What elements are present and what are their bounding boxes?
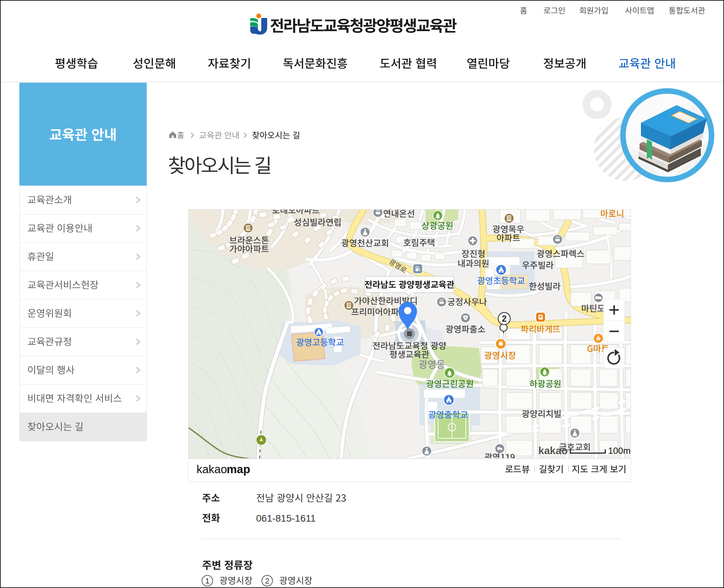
svg-text:map: map [227, 463, 250, 476]
svg-text:kakao: kakao [538, 445, 568, 456]
svg-text:kakao: kakao [197, 463, 227, 476]
svg-text:2: 2 [265, 577, 269, 585]
svg-text:2: 2 [502, 314, 507, 323]
svg-text:1: 1 [205, 577, 209, 585]
svg-text:061-815-1611: 061-815-1611 [256, 513, 316, 524]
svg-text:100m: 100m [608, 445, 631, 456]
